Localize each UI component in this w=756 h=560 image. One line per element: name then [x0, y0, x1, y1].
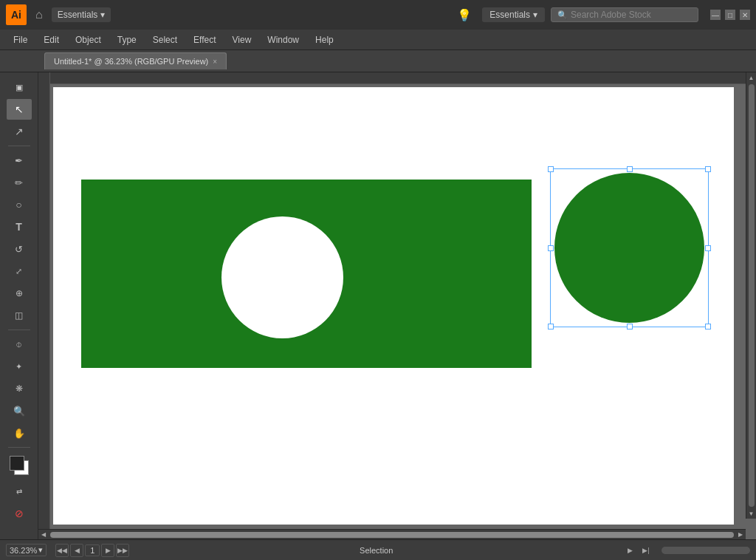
white-circle[interactable]: [221, 216, 343, 338]
handle-top-mid[interactable]: [627, 166, 633, 172]
workspace-switcher[interactable]: Essentials ▾: [52, 7, 111, 22]
toolbar-divider: [8, 146, 30, 146]
nav-controls: ◀◀ ◀ 1 ▶ ▶▶: [55, 544, 129, 557]
scroll-thumb-horizontal[interactable]: [50, 532, 734, 538]
swap-colors-button[interactable]: ⇄: [7, 481, 32, 502]
menu-type[interactable]: Type: [110, 32, 144, 48]
menu-window[interactable]: Window: [260, 32, 306, 48]
ruler-left: [38, 72, 50, 529]
essentials-button[interactable]: Essentials ▾: [482, 7, 545, 22]
menu-edit[interactable]: Edit: [36, 32, 66, 48]
tab-label: Untitled-1* @ 36.23% (RGB/GPU Preview): [54, 57, 208, 66]
menu-file[interactable]: File: [6, 32, 35, 48]
zoom-chevron-icon: ▾: [38, 545, 43, 555]
horizontal-scrollbar[interactable]: ◀ ▶: [38, 529, 746, 539]
handle-bot-right[interactable]: [705, 324, 711, 329]
eyedropper-tool[interactable]: ⌽: [7, 334, 32, 355]
window-controls: — □ ✕: [710, 10, 750, 20]
menu-help[interactable]: Help: [308, 32, 341, 48]
maximize-button[interactable]: □: [725, 10, 735, 20]
vertical-scrollbar[interactable]: ▲ ▼: [746, 72, 756, 519]
handle-bot-mid[interactable]: [627, 324, 633, 329]
zoom-value: 36.23%: [10, 546, 37, 555]
left-toolbar: ▣ ↖ ↗ ✒ ✏ ○ T ↺ ⤢ ⊕ ◫ ⌽ ✦ ❋ 🔍 ✋ ⇄ ⊘: [0, 72, 38, 539]
pencil-tool[interactable]: ✏: [7, 172, 32, 193]
handle-top-left[interactable]: [548, 166, 554, 172]
blend-tool[interactable]: ✦: [7, 356, 32, 377]
selected-circle-container[interactable]: [550, 168, 709, 327]
reflect-tool[interactable]: ⤢: [7, 261, 32, 281]
selection-tool[interactable]: ↖: [7, 99, 32, 120]
tab-bar: Untitled-1* @ 36.23% (RGB/GPU Preview) ×: [0, 50, 756, 72]
handle-bot-left[interactable]: [548, 324, 554, 329]
first-page-button[interactable]: ◀◀: [55, 544, 69, 557]
menu-effect[interactable]: Effect: [186, 32, 223, 48]
gradient-tool[interactable]: ◫: [7, 305, 32, 326]
scroll-right-button[interactable]: ▶: [735, 530, 746, 540]
canvas-area[interactable]: ▲ ▼ ◀ ▶: [38, 72, 756, 539]
play-button[interactable]: ▶: [623, 544, 636, 557]
toolbar-divider-2: [8, 329, 30, 330]
handle-top-right[interactable]: [705, 166, 711, 172]
selection-bounding-box: [550, 168, 709, 327]
close-button[interactable]: ✕: [740, 10, 750, 20]
prev-page-button[interactable]: ◀: [70, 544, 83, 557]
last-page-button[interactable]: ▶▶: [116, 544, 129, 557]
menu-bar: File Edit Object Type Select Effect View…: [0, 30, 756, 50]
minimize-button[interactable]: —: [710, 10, 721, 20]
app-logo-text: Ai: [11, 9, 21, 21]
menu-select[interactable]: Select: [145, 32, 185, 48]
scroll-down-button[interactable]: ▼: [746, 508, 757, 519]
skip-button[interactable]: ▶|: [639, 544, 653, 557]
main-area: ▣ ↖ ↗ ✒ ✏ ○ T ↺ ⤢ ⊕ ◫ ⌽ ✦ ❋ 🔍 ✋ ⇄ ⊘: [0, 72, 756, 539]
menu-object[interactable]: Object: [68, 32, 109, 48]
artboard: [53, 87, 734, 525]
hand-tool[interactable]: ✋: [7, 423, 32, 443]
search-stock-input[interactable]: 🔍 Search Adobe Stock: [551, 7, 698, 22]
next-page-button[interactable]: ▶: [101, 544, 114, 557]
page-number[interactable]: 1: [85, 544, 100, 556]
pen-tool[interactable]: ✒: [7, 150, 32, 171]
document-tab[interactable]: Untitled-1* @ 36.23% (RGB/GPU Preview) ×: [44, 52, 227, 69]
workspace-label: Essentials: [58, 10, 98, 20]
essentials-chevron-icon: ▾: [533, 10, 537, 20]
handle-mid-right[interactable]: [705, 245, 711, 251]
status-bar: 36.23% ▾ ◀◀ ◀ 1 ▶ ▶▶ Selection ▶ ▶|: [0, 539, 756, 560]
artboard-tool[interactable]: ▣: [7, 77, 32, 98]
toolbar-divider-3: [8, 447, 30, 448]
zoom-tool[interactable]: 🔍: [7, 400, 32, 421]
green-rectangle[interactable]: [81, 180, 532, 368]
home-button[interactable]: ⌂: [32, 7, 46, 23]
rotate-tool[interactable]: ↺: [7, 239, 32, 259]
search-icon: 🔍: [557, 10, 568, 20]
scroll-left-button[interactable]: ◀: [38, 530, 49, 540]
status-scroll-bar[interactable]: [662, 547, 750, 554]
scroll-thumb-vertical[interactable]: [749, 84, 755, 507]
search-placeholder: Search Adobe Stock: [571, 10, 651, 20]
essentials-label: Essentials: [489, 10, 530, 20]
ai-logo: Ai: [6, 4, 27, 25]
tab-close-button[interactable]: ×: [213, 58, 217, 66]
playback-controls: ▶ ▶|: [623, 544, 653, 557]
none-fill-button[interactable]: ⊘: [7, 503, 32, 524]
title-bar: Ai ⌂ Essentials ▾ 💡 Essentials ▾ 🔍 Searc…: [0, 0, 756, 30]
chevron-down-icon: ▾: [100, 10, 105, 20]
type-tool[interactable]: T: [7, 216, 32, 237]
handle-mid-left[interactable]: [548, 245, 554, 251]
shape-builder-tool[interactable]: ⊕: [7, 283, 32, 304]
scroll-up-button[interactable]: ▲: [746, 72, 757, 83]
zoom-control[interactable]: 36.23% ▾: [6, 544, 47, 556]
color-selector[interactable]: [7, 454, 32, 478]
lightbulb-button[interactable]: 💡: [453, 7, 476, 24]
ellipse-tool[interactable]: ○: [7, 194, 32, 215]
foreground-color-box[interactable]: [10, 456, 24, 471]
tool-mode-label: Selection: [132, 546, 620, 555]
symbol-spray-tool[interactable]: ❋: [7, 378, 32, 399]
direct-selection-tool[interactable]: ↗: [7, 121, 32, 142]
menu-view[interactable]: View: [225, 32, 259, 48]
ruler-top: [38, 72, 746, 84]
